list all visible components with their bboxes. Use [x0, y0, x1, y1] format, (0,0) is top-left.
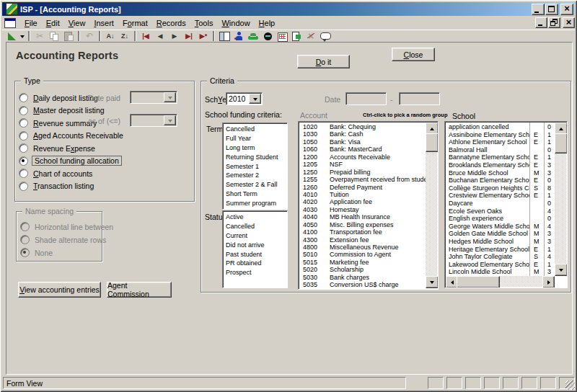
school-horizontal-scrollbar[interactable]	[446, 276, 555, 287]
type-radio-option[interactable]: Transaction listing	[19, 182, 194, 191]
account-list-item[interactable]: 4050 Misc. Billing expenses	[299, 221, 426, 228]
account-list-item[interactable]: 1030 Bank: Cash	[299, 130, 426, 138]
school-list-item[interactable]: Balmoral Hall 0	[446, 146, 555, 154]
school-list-item[interactable]: Collège Sturgeon Heights College S 8	[446, 184, 555, 192]
radio-icon[interactable]	[19, 169, 28, 178]
school-list-item[interactable]: Buchanan Elementary School E 0	[446, 177, 555, 184]
term-list-item[interactable]: Semester 1	[224, 162, 286, 172]
radio-icon[interactable]	[19, 118, 28, 128]
term-list-item[interactable]: Semester 2	[224, 171, 286, 180]
account-list-item[interactable]: 1050 Bank: Visa	[299, 138, 426, 146]
school-list-item[interactable]: John Taylor Collegiate S 4	[446, 253, 555, 261]
report-icon[interactable]	[289, 30, 304, 42]
term-list-item[interactable]: Full Year	[224, 134, 286, 143]
form-system-icon[interactable]	[4, 18, 16, 28]
schyear-combo[interactable]: 2010	[226, 92, 263, 105]
menu-item[interactable]: Insert	[89, 16, 118, 30]
menu-item[interactable]: Records	[152, 16, 190, 30]
school-list-item[interactable]: English experience 0	[446, 215, 555, 223]
sort-descending-icon[interactable]	[118, 30, 132, 42]
moon-icon[interactable]	[260, 30, 275, 42]
caret-down-icon[interactable]	[19, 30, 26, 42]
minimize-icon[interactable]	[532, 4, 545, 15]
menu-item[interactable]: Edit	[42, 16, 64, 30]
status-list-item[interactable]: Cancelled	[224, 222, 286, 231]
do-it-button[interactable]: Do it	[297, 55, 350, 68]
close-icon[interactable]	[560, 4, 573, 15]
mdi-minimize-icon[interactable]	[535, 17, 547, 28]
speech-bubble-icon[interactable]	[318, 30, 332, 42]
school-list-item[interactable]: Heritage Elementary School E 1	[446, 246, 555, 254]
radio-icon[interactable]	[19, 106, 28, 115]
account-list-item[interactable]: 4800 Miscellaneous Revenue	[299, 244, 426, 251]
last-record-icon[interactable]	[182, 30, 196, 42]
columns-icon[interactable]	[217, 30, 232, 42]
chevron-down-icon[interactable]	[249, 94, 261, 104]
school-list-item[interactable]: George Waters Middle School M 4	[446, 223, 555, 231]
account-list-item[interactable]: 5030 Bank charges	[299, 274, 426, 281]
menu-item[interactable]: File	[20, 16, 42, 30]
agent-commission-button[interactable]: Agent Commission	[107, 282, 172, 298]
account-list-item[interactable]: 4020 Application fee	[299, 198, 426, 205]
account-list-item[interactable]: 1205 NSF	[299, 161, 426, 168]
status-list-item[interactable]: PR obtained	[224, 259, 286, 268]
status-list-item[interactable]: Prospect	[224, 268, 286, 277]
scroll-down-icon[interactable]	[555, 264, 568, 276]
radio-icon[interactable]	[19, 93, 28, 102]
account-list-item[interactable]: 5010 Commission to Agent	[299, 251, 426, 258]
account-list-item[interactable]: 4100 Transportation fee	[299, 228, 426, 236]
scrollbar-thumb[interactable]	[426, 133, 439, 152]
school-list-item[interactable]: Hedges Middle School M 3	[446, 238, 555, 246]
account-list-item[interactable]: 4300 Extension fee	[299, 236, 426, 244]
next-record-icon[interactable]	[167, 30, 182, 42]
type-radio-option[interactable]: Aged Accounts Receivable	[19, 131, 194, 141]
school-list-item[interactable]: Lakewood Elementary School E 1	[446, 261, 555, 269]
sort-ascending-icon[interactable]	[103, 30, 118, 42]
account-list-item[interactable]: 5035 Conversion US$ charge	[299, 281, 426, 288]
term-list-item[interactable]: Short Term	[224, 190, 286, 199]
term-list-item[interactable]: Long term	[224, 143, 286, 153]
school-list-item[interactable]: Bannatyne Elementary School E 1	[446, 153, 555, 161]
account-list-item[interactable]: 1200 Accounts Receivable	[299, 153, 426, 161]
car-icon[interactable]	[246, 30, 260, 42]
status-list-item[interactable]: Active	[224, 213, 286, 222]
design-view-icon[interactable]	[4, 30, 19, 42]
menu-item[interactable]: Window	[217, 16, 254, 30]
menu-item[interactable]: View	[64, 16, 90, 30]
school-list-item[interactable]: Athlone Elementary School E 1	[446, 138, 555, 146]
radio-icon[interactable]	[19, 131, 28, 141]
account-list-item[interactable]: 5015 Marketing fee	[299, 259, 426, 266]
school-list-item[interactable]: Brooklands Elementary School E 3	[446, 161, 555, 169]
resize-grip[interactable]	[565, 380, 575, 390]
account-list-item[interactable]: 1260 Deferred Payment	[299, 184, 426, 191]
scroll-right-icon[interactable]	[542, 276, 555, 288]
school-list-item[interactable]: Bruce Middle School M 3	[446, 169, 555, 177]
menu-item[interactable]: Tools	[190, 16, 218, 30]
scrollbar-thumb[interactable]	[457, 276, 500, 288]
radio-icon[interactable]	[19, 182, 28, 191]
status-list-item[interactable]: Did not arrive	[224, 241, 286, 250]
scroll-down-icon[interactable]	[426, 276, 439, 288]
account-list-item[interactable]: 5020 Scholarship	[299, 266, 426, 273]
account-list-item[interactable]: 1060 Bank: MasterCard	[299, 146, 426, 153]
first-record-icon[interactable]	[138, 30, 153, 42]
maximize-icon[interactable]	[545, 4, 558, 15]
radio-icon[interactable]	[19, 143, 28, 153]
school-list-item[interactable]: application cancelled 0	[446, 123, 555, 131]
account-list-item[interactable]: 1250 Prepaid billing	[299, 169, 426, 176]
term-list-item[interactable]: Cancelled	[224, 125, 286, 134]
term-list-item[interactable]: Semester 2 & Fall	[224, 180, 286, 190]
people-icon[interactable]	[232, 30, 246, 42]
account-list-item[interactable]: 1020 Bank: Chequing	[299, 123, 426, 130]
menu-item[interactable]: Help	[255, 16, 280, 30]
menu-item[interactable]: Format	[118, 16, 152, 30]
prev-record-icon[interactable]	[153, 30, 167, 42]
status-list-item[interactable]: Past student	[224, 250, 286, 259]
mdi-restore-icon[interactable]	[548, 17, 560, 28]
term-list-item[interactable]: Returning Student	[224, 153, 286, 162]
new-record-icon[interactable]	[196, 30, 211, 42]
school-list-item[interactable]: Ecole Seven Oaks 4	[446, 208, 555, 215]
account-list-item[interactable]: 4030 Homestay	[299, 206, 426, 213]
account-list-item[interactable]: 4040 MB Health Insurance	[299, 213, 426, 220]
no-filter-icon[interactable]	[304, 30, 318, 42]
